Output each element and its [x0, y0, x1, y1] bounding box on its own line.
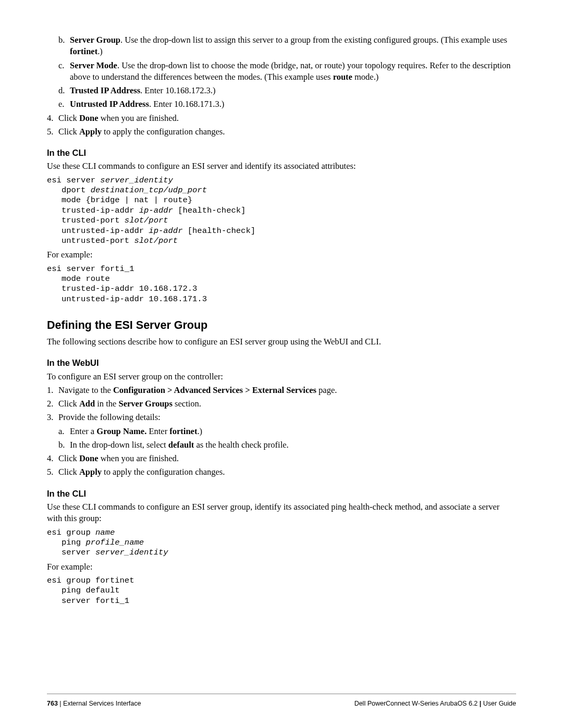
server-config-sublist: b. Server Group. Use the drop-down list … [47, 34, 516, 110]
list-text: Click [58, 467, 79, 477]
bold-term: Configuration > Advanced Services > Exte… [113, 385, 316, 395]
webui-sublist: a. Enter a Group Name. Enter fortinet.) … [47, 426, 516, 451]
web-step-1: 1. Navigate to the Configuration > Advan… [47, 385, 516, 396]
web-step-3: 3. Provide the following details: [47, 412, 516, 423]
list-text: Click [58, 399, 79, 409]
page-footer: 763 | External Services Interface Dell P… [47, 694, 516, 708]
heading-in-the-webui: In the WebUI [47, 357, 516, 368]
bold-term: route [333, 72, 352, 82]
footer-product: Dell PowerConnect W-Series ArubaOS 6.2 [354, 700, 478, 707]
list-text: section. [173, 399, 201, 409]
list-text: mode.) [352, 72, 378, 82]
sublist-item-e: e. Untrusted IP Address. Enter 10.168.17… [58, 98, 516, 110]
step-5: 5. Click Apply to apply the configuratio… [47, 126, 516, 138]
footer-right: Dell PowerConnect W-Series ArubaOS 6.2 |… [354, 699, 516, 708]
list-text: Provide the following details: [58, 412, 161, 422]
list-text: when you are finished. [99, 453, 179, 463]
cli-code-1: esi server server_identity dport destina… [47, 176, 516, 246]
list-marker: b. [58, 439, 65, 451]
bold-term: Group Name. [96, 426, 146, 436]
def-intro: The following sections describe how to c… [47, 336, 516, 348]
list-marker: b. [58, 34, 65, 46]
list-marker: c. [58, 60, 64, 71]
list-marker: 5. [47, 466, 53, 478]
heading-in-the-cli-2: In the CLI [47, 488, 516, 499]
bold-term: Server Groups [119, 399, 173, 409]
list-text: Click [58, 453, 79, 463]
list-text: Enter [146, 426, 169, 436]
step-4: 4. Click Done when you are finished. [47, 113, 516, 124]
sublist-item-b: b. Server Group. Use the drop-down list … [58, 34, 516, 58]
web-substep-b: b. In the drop-down list, select default… [58, 439, 516, 451]
bold-term: Server Mode [70, 60, 117, 70]
footer-left: 763 | External Services Interface [47, 699, 141, 708]
cli1-intro: Use these CLI commands to configure an E… [47, 161, 516, 172]
web-step-4: 4. Click Done when you are finished. [47, 453, 516, 464]
list-text: . Use the drop-down list to assign this … [120, 35, 507, 45]
list-text: as the health check profile. [194, 440, 288, 450]
list-text: to apply the configuration changes. [102, 127, 225, 137]
bold-term: Trusted IP Address [70, 85, 140, 95]
list-marker: 1. [47, 385, 53, 396]
list-text: page. [316, 385, 337, 395]
list-text: Enter a [70, 426, 96, 436]
top-steps-continued: 4. Click Done when you are finished. 5. … [47, 113, 516, 138]
footer-separator: | [478, 700, 483, 707]
bold-term: default [168, 440, 194, 450]
list-marker: d. [58, 85, 65, 96]
sublist-item-c: c. Server Mode. Use the drop-down list t… [58, 60, 516, 83]
footer-page-number: 763 [47, 700, 58, 707]
list-text: Click [58, 113, 79, 123]
cli-code-4: esi group fortinet ping default server f… [47, 576, 516, 606]
list-text: Navigate to the [58, 385, 113, 395]
footer-guide: User Guide [483, 700, 516, 707]
list-marker: a. [58, 426, 64, 437]
cli2-intro: Use these CLI commands to configure an E… [47, 501, 516, 525]
web-step-5: 5. Click Apply to apply the configuratio… [47, 466, 516, 478]
list-text: to apply the configuration changes. [102, 467, 225, 477]
list-marker: 2. [47, 398, 53, 410]
footer-separator: | [58, 700, 63, 707]
bold-term: Add [79, 399, 95, 409]
list-marker: 4. [47, 453, 53, 464]
list-text: .) [97, 46, 103, 56]
list-marker: 4. [47, 113, 53, 124]
bold-term: Apply [79, 467, 102, 477]
bold-term: Done [79, 453, 99, 463]
bold-term: fortinet [70, 46, 97, 56]
list-text: In the drop-down list, select [70, 440, 168, 450]
cli2-example-label: For example: [47, 561, 516, 573]
heading-defining-esi-server-group: Defining the ESI Server Group [47, 318, 516, 333]
bold-term: Untrusted IP Address [70, 99, 149, 109]
footer-chapter: External Services Interface [63, 700, 141, 707]
list-marker: 5. [47, 126, 53, 138]
page: b. Server Group. Use the drop-down list … [0, 0, 563, 728]
list-text: . Use the drop-down list to choose the m… [70, 60, 511, 82]
list-marker: 3. [47, 412, 53, 423]
cli-code-2: esi server forti_1 mode route trusted-ip… [47, 264, 516, 305]
list-text: in the [95, 399, 118, 409]
bold-term: Server Group [70, 35, 120, 45]
bold-term: Done [79, 113, 99, 123]
list-text: .) [197, 426, 202, 436]
bold-term: fortinet [169, 426, 197, 436]
list-text: . Enter 10.168.172.3.) [140, 85, 215, 95]
list-text: when you are finished. [99, 113, 179, 123]
sublist-item-d: d. Trusted IP Address. Enter 10.168.172.… [58, 85, 516, 96]
web-substep-a: a. Enter a Group Name. Enter fortinet.) [58, 426, 516, 437]
webui-steps: 1. Navigate to the Configuration > Advan… [47, 385, 516, 424]
list-text: Click [58, 127, 79, 137]
list-marker: e. [58, 98, 64, 110]
web-step-2: 2. Click Add in the Server Groups sectio… [47, 398, 516, 410]
webui-intro: To configure an ESI server group on the … [47, 371, 516, 382]
cli1-example-label: For example: [47, 249, 516, 261]
bold-term: Apply [79, 127, 102, 137]
heading-in-the-cli-1: In the CLI [47, 147, 516, 158]
cli-code-3: esi group name ping profile_name server … [47, 528, 516, 558]
list-text: . Enter 10.168.171.3.) [149, 99, 224, 109]
webui-steps-cont: 4. Click Done when you are finished. 5. … [47, 453, 516, 478]
